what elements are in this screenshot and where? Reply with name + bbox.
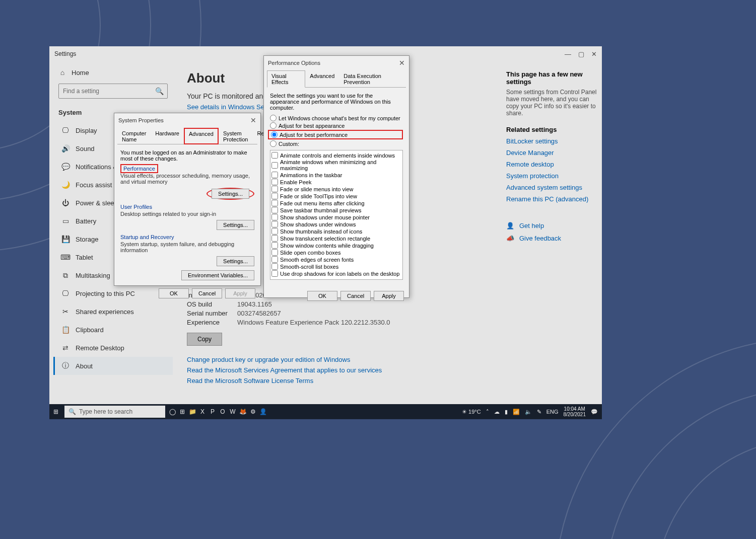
ok-button[interactable]: OK — [159, 288, 189, 298]
radio-option[interactable]: Adjust for best appearance — [270, 122, 403, 129]
about-link[interactable]: Read the Microsoft Services Agreement th… — [187, 366, 487, 374]
checkbox-input[interactable] — [271, 235, 278, 242]
checkbox-input[interactable] — [271, 179, 278, 185]
settings-button[interactable]: Settings... — [217, 220, 254, 230]
checkbox-input[interactable] — [271, 162, 278, 169]
taskbar-app[interactable]: ◯ — [167, 407, 177, 417]
effect-checkbox[interactable]: Enable Peek — [271, 179, 400, 185]
radio-option[interactable]: Adjust for best performance — [268, 130, 403, 139]
effect-checkbox[interactable]: Smooth edges of screen fonts — [271, 256, 400, 263]
search-input[interactable] — [63, 88, 155, 95]
taskbar-app[interactable]: 👤 — [258, 407, 268, 417]
feedback-link[interactable]: 📣Give feedback — [506, 235, 597, 242]
clock[interactable]: 10:04 AM8/20/2021 — [564, 406, 586, 417]
radio-input[interactable] — [271, 131, 278, 138]
related-link[interactable]: Rename this PC (advanced) — [506, 195, 597, 203]
ok-button[interactable]: OK — [307, 291, 337, 301]
sidebar-item-about[interactable]: ⓘAbout — [53, 357, 173, 375]
battery-icon[interactable]: ▮ — [505, 409, 508, 415]
effect-checkbox[interactable]: Use drop shadows for icon labels on the … — [271, 270, 400, 277]
effect-checkbox[interactable]: Save taskbar thumbnail previews — [271, 207, 400, 213]
checkbox-input[interactable] — [271, 207, 278, 213]
effect-checkbox[interactable]: Show shadows under windows — [271, 221, 400, 227]
checkbox-input[interactable] — [271, 186, 278, 192]
taskbar-app[interactable]: 📁 — [187, 407, 197, 417]
settings-button[interactable]: Settings... — [217, 256, 254, 266]
effect-checkbox[interactable]: Animate controls and elements inside win… — [271, 152, 400, 159]
taskbar-app[interactable]: ⚙ — [248, 407, 258, 417]
apply-button[interactable]: Apply — [374, 291, 404, 301]
effect-checkbox[interactable]: Animations in the taskbar — [271, 172, 400, 178]
close-icon[interactable]: ✕ — [250, 116, 256, 124]
volume-icon[interactable]: 🔈 — [525, 409, 532, 415]
effect-checkbox[interactable]: Fade out menu items after clicking — [271, 200, 400, 206]
checkbox-input[interactable] — [271, 200, 278, 206]
chevron-up-icon[interactable]: ˄ — [486, 409, 489, 415]
tab-hardware[interactable]: Hardware — [151, 128, 184, 144]
pen-icon[interactable]: ✎ — [537, 409, 541, 415]
search-box[interactable]: 🔍 — [58, 84, 168, 99]
close-icon[interactable]: ✕ — [591, 50, 597, 58]
tab-computer-name[interactable]: Computer Name — [117, 128, 151, 144]
env-vars-button[interactable]: Environment Variables... — [181, 270, 254, 280]
sidebar-item-shared-experiences[interactable]: ✂Shared experiences — [53, 302, 173, 321]
related-link[interactable]: System protection — [506, 172, 597, 180]
effect-checkbox[interactable]: Show window contents while dragging — [271, 242, 400, 249]
effect-checkbox[interactable]: Smooth-scroll list boxes — [271, 263, 400, 270]
settings-button[interactable]: Settings... — [212, 189, 249, 199]
effect-checkbox[interactable]: Fade or slide menus into view — [271, 186, 400, 192]
effect-checkbox[interactable]: Animate windows when minimizing and maxi… — [271, 159, 400, 171]
taskbar-app[interactable]: X — [197, 407, 208, 417]
taskbar-app[interactable]: ⊞ — [177, 407, 187, 417]
checkbox-input[interactable] — [271, 152, 278, 159]
radio-input[interactable] — [270, 140, 277, 147]
taskbar-app[interactable]: W — [228, 407, 238, 417]
close-icon[interactable]: ✕ — [399, 59, 405, 67]
effect-checkbox[interactable]: Show shadows under mouse pointer — [271, 214, 400, 220]
radio-input[interactable] — [270, 122, 277, 129]
checkbox-input[interactable] — [271, 256, 278, 263]
effect-checkbox[interactable]: Slide open combo boxes — [271, 249, 400, 256]
get-help-link[interactable]: 👤Get help — [506, 222, 597, 229]
copy-button[interactable]: Copy — [187, 333, 222, 346]
weather-widget[interactable]: ☀ 19°C — [462, 409, 481, 415]
tab-advanced[interactable]: Advanced — [305, 70, 339, 88]
cancel-button[interactable]: Cancel — [192, 288, 222, 298]
sidebar-item-remote-desktop[interactable]: ⇄Remote Desktop — [53, 339, 173, 357]
checkbox-input[interactable] — [271, 249, 278, 256]
taskbar-app[interactable]: 🦊 — [238, 407, 248, 417]
checkbox-input[interactable] — [271, 221, 278, 227]
effect-checkbox[interactable]: Show translucent selection rectangle — [271, 235, 400, 242]
home-link[interactable]: ⌂ Home — [53, 65, 173, 80]
related-link[interactable]: BitLocker settings — [506, 137, 597, 145]
tab-visual-effects[interactable]: Visual Effects — [267, 70, 305, 88]
checkbox-input[interactable] — [271, 193, 278, 199]
checkbox-input[interactable] — [271, 242, 278, 249]
cancel-button[interactable]: Cancel — [340, 291, 371, 301]
about-link[interactable]: Read the Microsoft Software License Term… — [187, 377, 487, 384]
effect-checkbox[interactable]: Show thumbnails instead of icons — [271, 228, 400, 235]
cloud-icon[interactable]: ☁ — [494, 409, 500, 415]
checkbox-input[interactable] — [271, 214, 278, 220]
related-link[interactable]: Device Manager — [506, 149, 597, 157]
checkbox-input[interactable] — [271, 263, 278, 270]
tab-data-execution-prevention[interactable]: Data Execution Prevention — [339, 70, 406, 88]
minimize-icon[interactable]: — — [565, 50, 571, 58]
lang-indicator[interactable]: ENG — [546, 409, 559, 415]
checkbox-input[interactable] — [271, 172, 278, 178]
wifi-icon[interactable]: 📶 — [513, 409, 520, 415]
about-link[interactable]: Change product key or upgrade your editi… — [187, 356, 487, 363]
tab-advanced[interactable]: Advanced — [184, 128, 219, 144]
notifications-icon[interactable]: 💬 — [591, 409, 598, 415]
radio-option[interactable]: Let Windows choose what's best for my co… — [270, 115, 403, 121]
radio-input[interactable] — [270, 115, 277, 121]
effects-list[interactable]: Animate controls and elements inside win… — [270, 150, 403, 280]
taskbar-app[interactable]: P — [208, 407, 218, 417]
maximize-icon[interactable]: ▢ — [578, 50, 584, 58]
related-link[interactable]: Remote desktop — [506, 161, 597, 168]
taskbar-app[interactable]: O — [218, 407, 228, 417]
checkbox-input[interactable] — [271, 270, 278, 277]
checkbox-input[interactable] — [271, 228, 278, 235]
radio-option[interactable]: Custom: — [270, 140, 403, 147]
related-link[interactable]: Advanced system settings — [506, 184, 597, 191]
